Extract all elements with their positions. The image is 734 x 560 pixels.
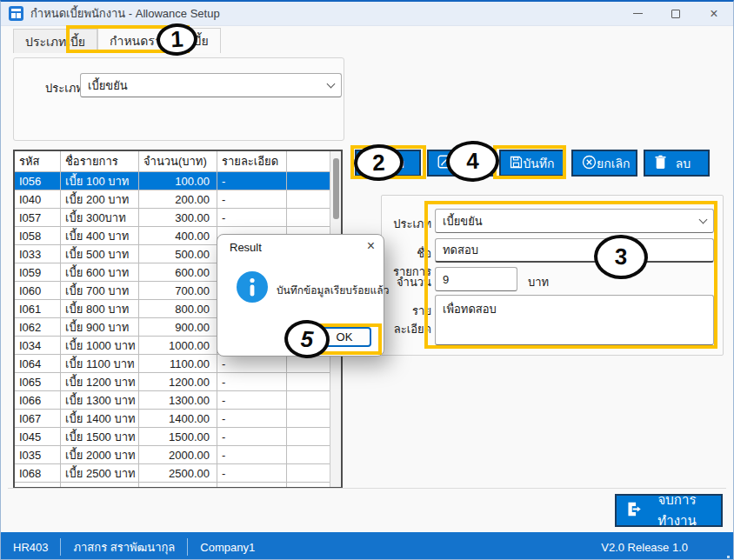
dialog-message: บันทึกข้อมูลเรียบร้อยแล้ว xyxy=(277,282,389,298)
table-row[interactable]: I045 เบี้ย 1500 บาท 1500.00 - xyxy=(15,428,330,446)
title-bar: กำหนดเบี้ยพนักงาน - Allowance Setup × xyxy=(1,2,733,26)
dialog-close-icon[interactable]: × xyxy=(367,238,375,254)
maximize-icon xyxy=(671,10,680,18)
cancel-button-label: ยกเลิก xyxy=(597,154,631,173)
close-icon: × xyxy=(710,7,717,21)
search-type-value: เบี้ยขยัน xyxy=(88,77,128,95)
dialog-title: Result xyxy=(230,241,262,254)
cancel-circle-x-icon xyxy=(582,155,597,172)
search-type-dropdown[interactable]: เบี้ยขยัน xyxy=(80,73,342,97)
table-row[interactable]: I057 เบี้ย 300บาท 300.00 - xyxy=(15,209,330,227)
exit-button-label: จบการทำงาน xyxy=(642,490,712,531)
col-header-amount: จำนวน(บาท) xyxy=(139,151,217,172)
table-row[interactable]: I040 เบี้ย 200 บาท 200.00 - xyxy=(15,190,330,209)
table-row[interactable]: I068 เบี้ย 2500 บาท 2500.00 - xyxy=(15,464,330,483)
highlight-box-form xyxy=(424,201,717,349)
table-row[interactable]: I064 เบี้ย 1100 บาท 1100.00 - xyxy=(15,355,330,373)
table-row[interactable]: I056 เบี้ย 100 บาท 100.00 - xyxy=(15,172,330,190)
table-row[interactable]: I065 เบี้ย 1200 บาท 1200.00 - xyxy=(15,373,330,391)
table-row[interactable]: I067 เบี้ย 1400 บาท 1400.00 - xyxy=(15,410,330,428)
table-row[interactable]: I035 เบี้ย 2000 บาท 2000.00 - xyxy=(15,446,330,464)
minimize-button[interactable] xyxy=(618,2,657,25)
scrollbar-thumb[interactable] xyxy=(333,158,339,219)
table-header-row: รหัส ชื่อรายการ จำนวน(บาท) รายละเอียด xyxy=(15,151,330,172)
delete-button-label: ลบ xyxy=(667,154,699,173)
table-row-partial xyxy=(15,483,330,487)
resize-grip[interactable] xyxy=(727,556,730,558)
trash-icon xyxy=(654,155,667,171)
col-header-name: ชื่อรายการ xyxy=(61,151,139,172)
maximize-button[interactable] xyxy=(657,2,695,25)
status-program-code: HR403 xyxy=(1,541,60,554)
search-type-label: ประเภท xyxy=(45,79,83,97)
col-header-filler xyxy=(287,151,330,172)
status-bar: HR403 ภาสกร สราพัฒนากุล Company1 V2.0 Re… xyxy=(1,532,733,560)
window-title: กำหนดเบี้ยพนักงาน - Allowance Setup xyxy=(30,4,220,23)
exit-button[interactable]: จบการทำงาน xyxy=(615,494,723,527)
bottom-separator xyxy=(8,488,726,489)
chevron-down-icon xyxy=(327,80,336,89)
delete-button[interactable]: ลบ xyxy=(644,150,710,177)
highlight-box-save-button xyxy=(493,145,566,179)
info-icon xyxy=(236,270,269,303)
col-header-code: รหัส xyxy=(15,151,61,172)
app-icon xyxy=(9,6,23,21)
status-company: Company1 xyxy=(188,541,267,554)
close-button[interactable]: × xyxy=(695,2,733,25)
col-header-detail: รายละเอียด xyxy=(217,151,287,172)
table-row[interactable]: I066 เบี้ย 1300 บาท 1300.00 - xyxy=(15,391,330,410)
status-version: V2.0 Release 1.0 xyxy=(589,541,700,554)
status-user-name: ภาสกร สราพัฒนากุล xyxy=(61,538,187,557)
cancel-button[interactable]: ยกเลิก xyxy=(571,150,637,177)
minimize-icon xyxy=(633,13,643,14)
search-panel: ประเภท เบี้ยขยัน ค้นหา แสดงทั้งหมด xyxy=(13,57,344,141)
app-window: กำหนดเบี้ยพนักงาน - Allowance Setup × ปร… xyxy=(0,0,734,560)
exit-door-icon xyxy=(625,501,642,520)
window-controls: × xyxy=(618,2,733,25)
